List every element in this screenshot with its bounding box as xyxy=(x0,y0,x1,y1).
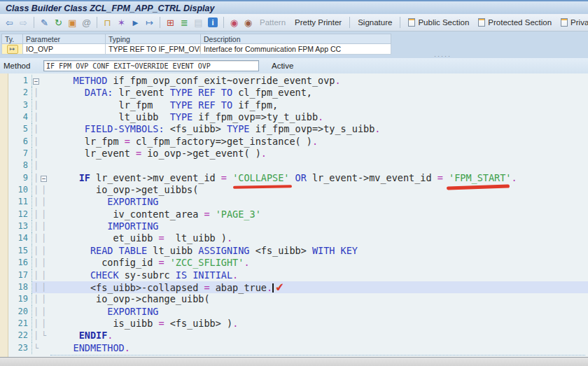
info-icon[interactable]: i xyxy=(208,17,218,27)
public-section-button[interactable]: Public Section xyxy=(404,17,473,28)
line-number: 7 xyxy=(8,148,32,160)
parameter-typing-cell[interactable]: TYPE REF TO IF_FPM_OVP xyxy=(106,44,201,55)
fold-gutter[interactable]: │ xyxy=(32,136,49,148)
toolbar-separator xyxy=(400,17,400,28)
code-line-8[interactable]: 8│ xyxy=(8,160,588,171)
code-line-14[interactable]: 14││ et_uibb = lt_uibb ). xyxy=(8,232,588,244)
activate-icon[interactable]: ◉ xyxy=(241,16,255,29)
table-row[interactable]: ↦ IO_OVP TYPE REF TO IF_FPM_OVP Interfac… xyxy=(2,44,391,55)
fold-gutter[interactable]: − xyxy=(32,75,49,87)
line-number: 15 xyxy=(8,245,32,257)
unlock-icon[interactable]: ⊓ xyxy=(101,16,114,29)
fold-gutter[interactable]: │ xyxy=(32,148,49,160)
method-end-separator xyxy=(50,355,585,357)
splitter-handle[interactable]: ····· xyxy=(434,53,451,59)
line-number: 6 xyxy=(8,136,32,148)
fold-gutter[interactable]: │ xyxy=(32,123,49,135)
code-line-23[interactable]: 23└ ENDMETHOD. xyxy=(8,342,588,354)
display-change-icon[interactable]: ✎ xyxy=(38,16,51,29)
fold-gutter[interactable]: ││ xyxy=(32,245,49,257)
fold-collapse-icon[interactable]: − xyxy=(33,78,39,85)
fold-collapse-icon[interactable]: − xyxy=(41,176,47,182)
fold-gutter[interactable]: ││ xyxy=(32,184,49,196)
protected-section-button[interactable]: Protected Section xyxy=(474,17,556,28)
line-number: 21 xyxy=(8,318,32,330)
execute-icon[interactable]: ► xyxy=(129,16,142,29)
fold-gutter[interactable]: │− xyxy=(32,172,49,184)
horizontal-scrollbar[interactable] xyxy=(0,357,588,366)
line-number: 4 xyxy=(8,111,32,123)
fold-gutter[interactable]: └ xyxy=(32,342,49,354)
code-line-19[interactable]: 19││ io_ovp->change_uibb( xyxy=(8,293,588,305)
parameter-name-cell[interactable]: IO_OVP xyxy=(23,44,106,55)
fold-gutter[interactable]: ││ xyxy=(32,196,49,208)
column-header-parameter[interactable]: Parameter xyxy=(23,34,106,44)
pretty-printer-button[interactable]: Pretty Printer xyxy=(290,17,346,28)
code-line-7[interactable]: 7│ lr_event = io_ovp->get_event( ). xyxy=(8,148,588,160)
insert-statement-icon[interactable]: ✶ xyxy=(115,16,128,29)
sort-icon[interactable]: ≣ xyxy=(178,16,191,29)
line-number: 20 xyxy=(8,306,32,318)
method-label: Method xyxy=(4,62,43,70)
code-line-5[interactable]: 5│ FIELD-SYMBOLS: <fs_uibb> TYPE if_fpm_… xyxy=(8,123,588,135)
private-section-button[interactable]: Private Section xyxy=(556,17,588,28)
parameter-type-cell[interactable]: ↦ xyxy=(2,44,23,55)
code-line-2[interactable]: 2│ DATA: lr_event TYPE REF TO cl_fpm_eve… xyxy=(8,87,588,99)
method-bar: Method Active xyxy=(0,58,588,73)
copy-icon[interactable]: ▣ xyxy=(66,16,79,29)
fold-gutter[interactable]: ││ xyxy=(32,306,49,318)
line-number: 11 xyxy=(8,196,32,208)
next-object-icon[interactable]: ↦ xyxy=(143,16,156,29)
fold-gutter[interactable]: │ xyxy=(32,111,49,123)
hierarchy-icon[interactable]: ⊞ xyxy=(164,16,177,29)
code-line-11[interactable]: 11││ EXPORTING xyxy=(8,196,588,208)
class-builder-window: Class Builder Class ZCL_FPM_APP_CTRL Dis… xyxy=(0,0,588,366)
code-line-18[interactable]: 18││ <fs_uibb>-collapsed = abap_true.✔ xyxy=(8,281,588,293)
fold-gutter[interactable]: │ xyxy=(32,99,49,111)
code-line-16[interactable]: 16││ config_id = 'ZCC_SFLIGHT'. xyxy=(8,257,588,269)
toolbar-separator xyxy=(97,17,97,28)
code-line-17[interactable]: 17││ CHECK sy-subrc IS INITIAL. xyxy=(8,269,588,281)
code-line-12[interactable]: 12││ iv_content_area = 'PAGE_3' xyxy=(8,209,588,220)
fold-gutter[interactable]: │└ xyxy=(32,330,49,342)
back-icon[interactable]: ⇦ xyxy=(3,16,16,29)
fold-gutter[interactable]: ││ xyxy=(32,281,49,293)
line-number: 9 xyxy=(8,172,32,184)
code-line-9[interactable]: 9│− IF lr_event->mv_event_id = 'COLLAPSE… xyxy=(8,172,588,184)
fold-gutter[interactable]: ││ xyxy=(32,257,49,269)
fold-gutter[interactable]: │ xyxy=(32,160,49,171)
code-line-6[interactable]: 6│ lr_fpm = cl_fpm_factory=>get_instance… xyxy=(8,136,588,148)
fold-gutter[interactable]: ││ xyxy=(32,232,49,244)
fold-gutter[interactable]: ││ xyxy=(32,318,49,330)
code-editor[interactable]: 1− METHOD if_fpm_ovp_conf_exit~override_… xyxy=(0,73,588,357)
code-line-20[interactable]: 20││ EXPORTING xyxy=(8,306,588,318)
undo-icon[interactable]: @ xyxy=(80,16,93,29)
fold-gutter[interactable]: ││ xyxy=(32,269,49,281)
code-line-15[interactable]: 15││ READ TABLE lt_uibb ASSIGNING <fs_ui… xyxy=(8,245,588,257)
method-name-input[interactable] xyxy=(43,60,259,71)
line-number: 8 xyxy=(8,160,32,171)
split-view-icon[interactable]: ▤ xyxy=(192,16,205,29)
section-doc-icon xyxy=(561,18,568,27)
fold-gutter[interactable]: │ xyxy=(32,87,49,99)
signature-button[interactable]: Signature xyxy=(354,17,396,28)
forward-icon[interactable]: ⇨ xyxy=(17,16,30,29)
code-line-13[interactable]: 13││ IMPORTING xyxy=(8,220,588,232)
refresh-icon[interactable]: ↻ xyxy=(52,16,65,29)
code-line-3[interactable]: 3│ lr_fpm TYPE REF TO if_fpm, xyxy=(8,99,588,111)
fold-gutter[interactable]: ││ xyxy=(32,220,49,232)
fold-gutter[interactable]: ││ xyxy=(32,209,49,220)
code-line-22[interactable]: 22│└ ENDIF. xyxy=(8,330,588,342)
column-header-description[interactable]: Description xyxy=(201,34,391,44)
code-line-21[interactable]: 21││ is_uibb = <fs_uibb> ). xyxy=(8,318,588,330)
column-header-ty[interactable]: Ty. xyxy=(2,34,23,44)
code-line-1[interactable]: 1− METHOD if_fpm_ovp_conf_exit~override_… xyxy=(8,75,588,87)
parameter-description-cell[interactable]: Interface for Communication FPM App CC xyxy=(201,44,391,55)
column-header-typing[interactable]: Typing xyxy=(106,34,201,44)
fold-gutter[interactable]: ││ xyxy=(32,293,49,305)
code-line-4[interactable]: 4│ lt_uibb TYPE if_fpm_ovp=>ty_t_uibb. xyxy=(8,111,588,123)
status-active: Active xyxy=(272,62,293,70)
check-icon[interactable]: ◉ xyxy=(227,16,241,29)
breakpoint-margin[interactable] xyxy=(0,73,8,357)
line-number: 13 xyxy=(8,220,32,232)
